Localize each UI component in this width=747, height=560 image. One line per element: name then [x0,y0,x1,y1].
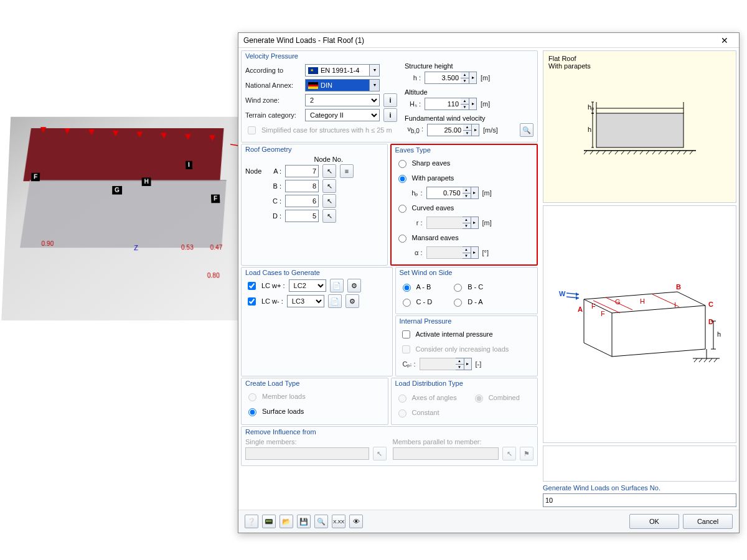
hs-input[interactable]: ▲▼▸ [425,98,477,110]
group-velocity-pressure: Velocity Pressure According to ★ EN 1991… [241,50,538,142]
node-d-input[interactable] [285,210,319,222]
single-members-input [245,447,369,460]
surfaces-input[interactable] [543,493,736,507]
h-input[interactable]: ▲▼▸ [425,72,477,84]
constant-radio [398,409,406,418]
dialog-footer: ❔ 📟 📂 💾 🔍 X.XX 👁 OK Cancel [238,510,739,533]
axis-z-label: Z [134,244,138,251]
pick-node-button[interactable]: ↖ [322,209,336,223]
save-button[interactable]: 💾 [297,515,311,528]
new-lc-button[interactable]: 📄 [330,279,344,292]
mansard-eaves-radio[interactable] [398,235,406,243]
windzone-label: Wind zone: [245,96,301,104]
hp-label: hₚ : [406,189,423,197]
pick-node-button[interactable]: ↖ [322,179,336,193]
view-button[interactable]: 👁 [349,515,363,528]
help-button[interactable]: ❔ [245,515,258,528]
preview-line2: With parapets [548,62,731,70]
load-val-1: 0.90 [41,240,54,247]
chevron-down-icon: ▾ [369,80,379,91]
axes-radio [398,394,406,403]
wind-ab-radio[interactable] [403,284,411,292]
wind-loads-dialog: Generate Wind Loads - Flat Roof (1) ✕ Ve… [238,32,740,533]
vb-unit: [m/s] [483,126,498,134]
svg-line-29 [671,151,674,154]
parallel-members-input [393,447,499,460]
consider-inc-checkbox [402,345,410,353]
node-b-input[interactable] [285,180,319,192]
lc-wminus-checkbox[interactable] [248,297,256,306]
svg-line-28 [665,151,668,154]
list-button[interactable]: ≡ [340,164,354,178]
info-button[interactable]: i [383,108,397,122]
calculator-button[interactable]: 📟 [262,515,276,528]
group-generate-surfaces: Generate Wind Loads on Surfaces No. [543,484,736,507]
wind-da-radio[interactable] [454,299,462,307]
vb-input[interactable]: ▲▼▸ [427,124,479,136]
svg-text:h: h [588,126,591,133]
svg-line-17 [596,151,599,154]
new-lc-button[interactable]: 📄 [328,294,342,308]
node-a-input[interactable] [285,165,319,177]
titlebar[interactable]: Generate Wind Loads - Flat Roof (1) ✕ [238,33,739,48]
lc-wplus-checkbox[interactable] [248,282,256,290]
lc-details-button[interactable]: ⚙ [345,294,359,308]
zone-tag-g: G [112,186,122,195]
eu-flag-icon: ★ [308,67,318,74]
lc-wplus-label: LC w+ : [261,282,285,289]
wind-cd-radio[interactable] [403,299,411,307]
terrain-combo[interactable]: Category II [305,109,380,121]
simplified-checkbox [248,126,256,134]
svg-line-58 [699,358,702,362]
svg-line-20 [615,151,618,154]
cancel-button[interactable]: Cancel [683,514,733,529]
svg-line-61 [714,358,717,362]
open-button[interactable]: 📂 [280,515,293,528]
preview-mid: F G H I F A B C D W [543,205,736,443]
de-flag-icon [308,82,318,89]
roof-iso-figure: F G H I F A B C D W [553,262,727,386]
info-button[interactable]: i [383,93,397,107]
svg-text:F: F [601,310,605,317]
lc-details-button[interactable]: ⚙ [347,279,361,292]
svg-marker-49 [576,292,579,296]
r-label: r : [406,219,423,226]
annex-combo[interactable]: DIN ▾ [305,79,380,91]
sharp-eaves-radio[interactable] [398,160,406,168]
precision-button[interactable]: X.XX [332,515,345,528]
activate-ip-checkbox[interactable] [402,330,410,338]
load-val-3: 0.47 [210,244,222,251]
pick-node-button[interactable]: ↖ [322,194,336,208]
node-c-input[interactable] [285,195,319,207]
parallel-members-label: Members parallel to member: [393,438,482,446]
svg-line-57 [694,358,697,362]
struct-height-label: Structure height [405,62,533,70]
svg-line-26 [652,151,655,154]
svg-line-59 [704,358,707,362]
lc-wminus-combo[interactable]: LC3 [287,295,324,307]
zoom-button[interactable]: 🔍 [314,515,328,528]
with-parapets-radio[interactable] [398,175,406,183]
svg-text:A: A [578,306,583,313]
windzone-combo[interactable]: 2 [305,94,380,106]
zone-tag-i: I [186,161,192,169]
svg-line-15 [584,151,587,154]
ok-button[interactable]: OK [629,514,679,529]
svg-text:B: B [676,283,681,291]
svg-text:hₚ: hₚ [588,103,594,111]
pick-node-button[interactable]: ↖ [322,164,336,178]
details-button[interactable]: 🔍 [520,123,533,137]
preview-blank [543,446,736,482]
lc-wplus-combo[interactable]: LC2 [289,279,326,292]
node-no-header: Node No. [274,156,383,163]
alpha-label: α : [406,249,423,256]
preview-line1: Flat Roof [548,55,731,62]
wind-bc-radio[interactable] [454,284,462,292]
load-val-4: 0.80 [207,272,220,279]
alpha-input: ▲▼▸ [426,246,479,259]
hp-input[interactable]: ▲▼▸ [426,187,479,199]
curved-eaves-radio[interactable] [398,205,406,213]
close-button[interactable]: ✕ [715,34,734,47]
surface-loads-radio[interactable] [248,408,256,416]
according-combo[interactable]: ★ EN 1991-1-4 ▾ [305,64,380,77]
